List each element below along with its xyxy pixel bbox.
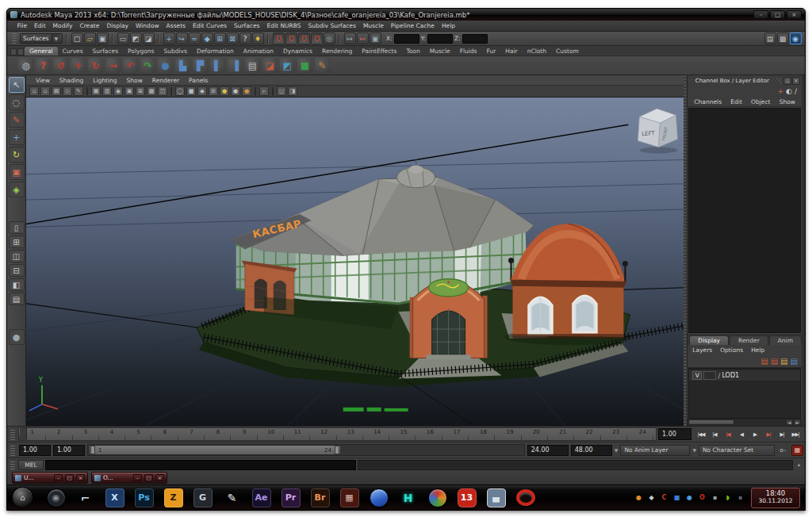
shelf-tab[interactable]: PaintEffects xyxy=(357,47,401,56)
layout-two-side[interactable]: ◫ xyxy=(9,250,25,262)
shelf-graph4-icon[interactable]: ▐ xyxy=(228,58,243,73)
shelf-ipr-icon[interactable]: ◩ xyxy=(280,58,295,73)
shelf-cube-icon[interactable]: ■ xyxy=(297,58,312,73)
select-component-icon[interactable]: ◪ xyxy=(143,33,155,44)
rotate-tool[interactable]: ↻ xyxy=(9,147,25,163)
last-tool[interactable]: ● xyxy=(9,329,25,345)
menu-item[interactable]: Create xyxy=(76,22,103,29)
layer-visibility-toggle[interactable]: V xyxy=(692,371,702,380)
menu-item[interactable]: File xyxy=(13,22,31,29)
panel-detach-icon[interactable]: ▫ xyxy=(783,77,791,85)
go-to-end-button[interactable]: ▶▶| xyxy=(789,429,802,440)
layer-color-box[interactable] xyxy=(703,371,716,380)
start-button[interactable]: ⌂ xyxy=(12,487,33,508)
window-control[interactable]: – xyxy=(133,474,142,481)
step-fwd-frame-button[interactable]: ▶| xyxy=(776,429,788,440)
menu-item[interactable]: Pipeline Cache xyxy=(387,22,438,29)
universal-manip-tool[interactable]: ◈ xyxy=(9,182,25,197)
current-time-field[interactable]: 1.00 xyxy=(658,428,691,440)
time-slider-track[interactable]: 123456789101112131415161718192021222324 xyxy=(18,427,657,441)
step-back-key-button[interactable]: |◀ xyxy=(722,429,734,440)
view-cube[interactable]: LEFT FRONT xyxy=(638,109,677,153)
minimized-window-1[interactable]: U... –□× xyxy=(12,472,88,484)
window-titlebar[interactable]: Autodesk Maya 2013 x64: D:\Torrent\Загру… xyxy=(7,9,805,21)
layer-tab[interactable]: Render xyxy=(730,335,768,345)
panel-menu-item[interactable]: Lighting xyxy=(88,77,121,84)
tray-opera-icon[interactable]: O xyxy=(698,494,707,501)
new-scene-icon[interactable]: ▢ xyxy=(71,33,83,44)
tray-gray-icon[interactable]: ▪ xyxy=(710,494,719,501)
app-thirteen[interactable]: 13 xyxy=(458,488,477,507)
play-forwards-button[interactable]: ▶ xyxy=(749,429,761,440)
shelf-tab[interactable]: General xyxy=(25,47,58,56)
pt-textured-icon[interactable]: ◆ xyxy=(197,86,207,96)
shelf-tab[interactable]: Deformation xyxy=(192,47,239,56)
pt-light-yellow-icon[interactable]: ● xyxy=(220,86,229,96)
mask-curves-icon[interactable]: ↪ xyxy=(176,33,188,44)
move-tool[interactable]: + xyxy=(9,129,25,145)
panel-menu-item[interactable]: Panels xyxy=(184,77,213,84)
y-input[interactable] xyxy=(427,34,453,44)
pt-light-orange-icon[interactable]: ● xyxy=(242,86,251,96)
menu-item[interactable]: Surfaces xyxy=(230,22,262,29)
pt-shaded-icon[interactable]: ■ xyxy=(186,86,196,96)
app-opera[interactable] xyxy=(516,489,535,506)
app-photo-viewer[interactable]: ▄ xyxy=(487,488,506,507)
save-scene-icon[interactable]: ▣ xyxy=(97,33,109,44)
output-connections-icon[interactable]: ↤ xyxy=(357,33,369,44)
menu-item[interactable]: Edit Curves xyxy=(190,22,231,29)
panel-menu-item[interactable]: Renderer xyxy=(147,77,184,84)
z-input[interactable] xyxy=(462,34,488,44)
window-control[interactable]: – xyxy=(54,474,63,481)
select-object-icon[interactable]: ◩ xyxy=(130,33,142,44)
layout-outliner[interactable]: ▤ xyxy=(9,293,25,305)
mask-dynamics-icon[interactable]: ⊞ xyxy=(214,33,226,44)
input-connections-icon[interactable]: ↦ xyxy=(344,33,356,44)
minimize-button[interactable]: – xyxy=(753,10,768,19)
pt-film-gate-icon[interactable]: ▥ xyxy=(102,86,112,96)
shelf-camera-move-icon[interactable]: + xyxy=(71,58,86,73)
app-webcam[interactable]: ◉ xyxy=(47,488,66,507)
shelf-tab[interactable]: Fluids xyxy=(455,47,482,56)
pt-gate-mask-icon[interactable]: ▣ xyxy=(124,86,134,96)
app-browser[interactable] xyxy=(370,488,389,507)
rangeslider-grip[interactable] xyxy=(10,444,15,456)
pt-2d-pan-icon[interactable]: ✎ xyxy=(74,86,83,96)
channel-menu-item[interactable]: Edit xyxy=(730,98,742,105)
new-empty-layer-icon[interactable]: ▤ xyxy=(780,357,787,366)
snap-plane-icon[interactable]: Ω xyxy=(311,33,323,44)
step-back-frame-button[interactable]: |◀ xyxy=(708,429,721,440)
tray-orange-icon[interactable]: ● xyxy=(634,494,643,501)
drag-handle[interactable] xyxy=(771,78,782,83)
anim-end-field[interactable]: 48.00 xyxy=(571,445,612,456)
app-premiere[interactable]: Pr xyxy=(282,488,301,507)
shelf-graph3-icon[interactable]: ▌ xyxy=(210,58,225,73)
menu-item[interactable]: Modify xyxy=(49,22,76,29)
render-view-icon[interactable]: ▤ xyxy=(764,33,776,44)
snap-point-icon[interactable]: Ω xyxy=(298,33,310,44)
layout-single[interactable]: ▯ xyxy=(9,221,25,234)
pt-safe-action-icon[interactable]: ⊠ xyxy=(136,86,145,96)
pt-bookmark-icon[interactable]: ▤ xyxy=(52,86,61,96)
anim-layer-dropdown[interactable]: No Anim Layer xyxy=(620,445,690,456)
shelf-switcher-icon[interactable] xyxy=(10,48,17,56)
go-to-start-button[interactable]: |◀◀ xyxy=(695,429,707,440)
shelf-camera-fly-icon[interactable]: → xyxy=(105,58,121,73)
pt-grid-icon[interactable]: ▦ xyxy=(91,86,101,96)
manip-axis-icon[interactable]: + xyxy=(778,87,784,95)
app-bridge[interactable]: Br xyxy=(311,488,330,507)
menu-item[interactable]: Help xyxy=(438,22,458,29)
minimized-window-2[interactable]: O... –□× xyxy=(91,472,167,484)
hypershade-icon[interactable]: ▩ xyxy=(777,33,789,44)
menu-set-dropdown[interactable]: Surfaces ▼ xyxy=(20,33,63,44)
shelf-tab[interactable]: nCloth xyxy=(523,47,551,56)
range-end-handle[interactable] xyxy=(335,446,339,454)
window-control[interactable]: □ xyxy=(144,474,153,481)
layer-tab[interactable]: Display xyxy=(689,335,729,345)
shelf-menu-icon[interactable] xyxy=(17,48,24,56)
hyperbolic-icon[interactable]: ∕ xyxy=(795,87,797,95)
pt-light-gray-icon[interactable]: ● xyxy=(231,86,240,96)
pt-wireframe-icon[interactable]: ◯ xyxy=(175,86,185,96)
shelf-tab[interactable]: Polygons xyxy=(123,47,159,56)
snap-curve-icon[interactable]: Ω xyxy=(285,33,297,44)
